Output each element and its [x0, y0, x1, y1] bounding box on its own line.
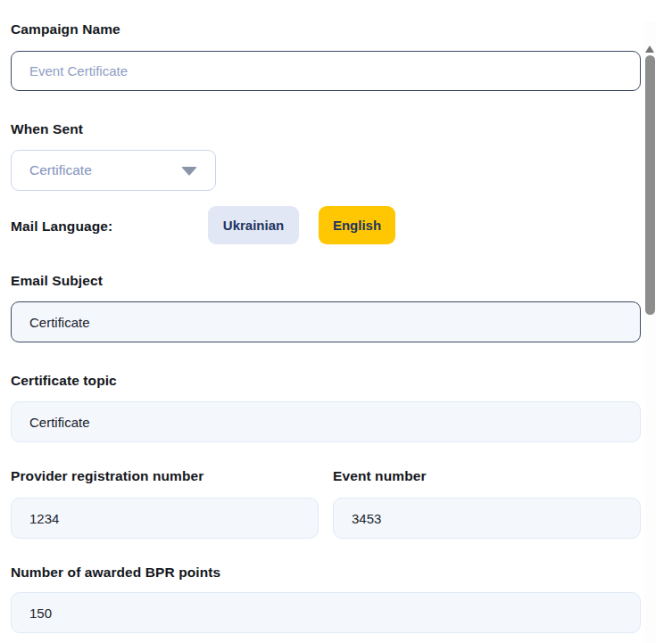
scroll-up-icon[interactable]	[645, 45, 654, 53]
language-button-ukrainian[interactable]: Ukrainian	[208, 206, 299, 244]
when-sent-dropdown[interactable]: Certificate	[11, 150, 216, 191]
provider-registration-label: Provider registration number	[11, 468, 319, 483]
caret-down-icon	[181, 167, 197, 176]
email-subject-input[interactable]	[11, 301, 641, 342]
scrollbar-thumb[interactable]	[645, 55, 655, 315]
campaign-form-page: Campaign Name When Sent Certificate Mail…	[0, 21, 672, 643]
certificate-topic-input[interactable]	[11, 401, 641, 442]
when-sent-label: When Sent	[11, 121, 641, 136]
certificate-topic-label: Certificate topic	[11, 373, 641, 388]
event-number-field: Event number	[333, 468, 641, 539]
bpr-points-label: Number of awarded BPR points	[11, 565, 641, 580]
language-button-english[interactable]: English	[319, 206, 395, 244]
bpr-points-input[interactable]	[11, 592, 641, 633]
campaign-name-input[interactable]	[11, 51, 641, 91]
provider-registration-input[interactable]	[11, 498, 319, 539]
event-number-label: Event number	[333, 468, 641, 483]
scrollbar[interactable]	[644, 21, 656, 643]
mail-language-row: Mail Language: Ukrainian English	[11, 206, 641, 244]
provider-registration-field: Provider registration number	[11, 468, 319, 539]
event-number-input[interactable]	[333, 498, 641, 539]
when-sent-selected-value: Certificate	[29, 162, 92, 178]
mail-language-label: Mail Language:	[11, 218, 112, 233]
email-subject-label: Email Subject	[11, 273, 641, 288]
campaign-form: Campaign Name When Sent Certificate Mail…	[11, 21, 641, 633]
numbers-row: Provider registration number Event numbe…	[11, 468, 641, 539]
campaign-name-label: Campaign Name	[11, 21, 641, 37]
